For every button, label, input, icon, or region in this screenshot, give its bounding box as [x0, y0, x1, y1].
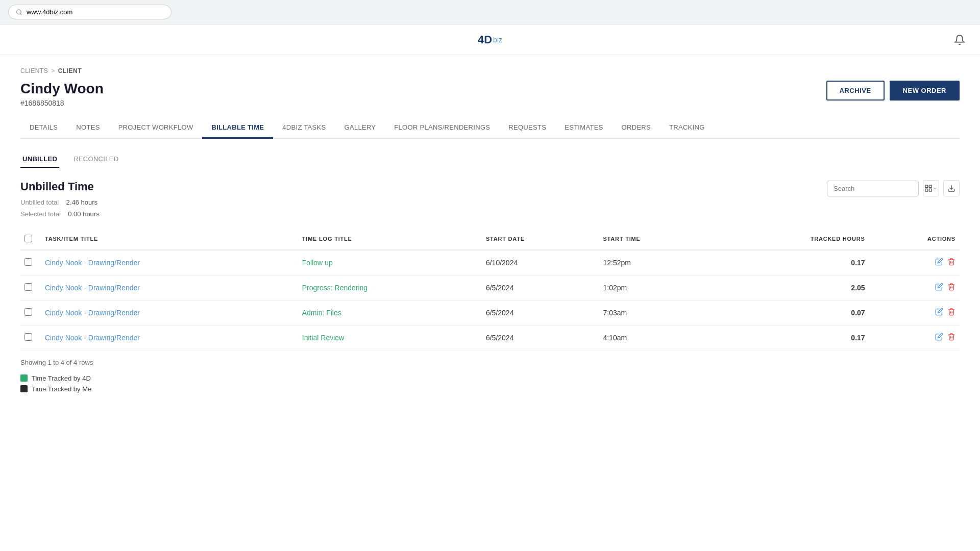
sub-tab-unbilled[interactable]: UNBILLED [20, 151, 59, 168]
svg-rect-3 [929, 185, 932, 188]
tab-tracking[interactable]: TRACKING [660, 117, 714, 139]
row-start-time: 4:10am [599, 325, 712, 350]
url-input[interactable] [27, 8, 164, 16]
time-log-link[interactable]: Follow up [302, 259, 333, 267]
time-log-link[interactable]: Admin: Files [302, 309, 341, 317]
logo-biz: biz [493, 36, 502, 44]
tab-project_workflow[interactable]: PROJECT WORKFLOW [109, 117, 203, 139]
notification-icon[interactable] [951, 32, 968, 48]
tab-requests[interactable]: REQUESTS [499, 117, 555, 139]
svg-point-0 [17, 10, 21, 14]
sub-tabs: UNBILLEDRECONCILED [20, 151, 960, 168]
row-actions [869, 275, 960, 300]
unbilled-total: Unbilled total 2.46 hours [20, 196, 100, 208]
tab-estimates[interactable]: ESTIMATES [555, 117, 612, 139]
row-checkbox-1[interactable] [24, 283, 32, 291]
unbilled-table: TASK/ITEM TITLE TIME LOG TITLE START DAT… [20, 229, 960, 350]
row-checkbox-cell [20, 275, 41, 300]
row-time-log-title: Admin: Files [298, 300, 482, 325]
sub-tab-reconciled[interactable]: RECONCILED [71, 151, 120, 168]
edit-button[interactable] [935, 283, 943, 293]
delete-button[interactable] [947, 333, 955, 343]
edit-button[interactable] [935, 258, 943, 268]
legend-item-me: Time Tracked by Me [20, 385, 960, 393]
task-title-link[interactable]: Cindy Nook - Drawing/Render [45, 309, 140, 317]
row-task-title: Cindy Nook - Drawing/Render [41, 275, 298, 300]
table-header: TASK/ITEM TITLE TIME LOG TITLE START DAT… [20, 229, 960, 250]
client-name: Cindy Woon [20, 81, 104, 97]
section-meta: Unbilled total 2.46 hours Selected total… [20, 196, 100, 220]
new-order-button[interactable]: NEW ORDER [890, 81, 960, 101]
tab-billable_time[interactable]: BILLABLE TIME [202, 117, 273, 139]
tab-notes[interactable]: NOTES [67, 117, 109, 139]
col-tracked-hours: TRACKED HOURS [713, 229, 869, 250]
row-tracked-hours: 0.07 [713, 300, 869, 325]
selected-label: Selected total [20, 210, 61, 218]
tab-orders[interactable]: ORDERS [612, 117, 660, 139]
row-actions [869, 300, 960, 325]
row-task-title: Cindy Nook - Drawing/Render [41, 325, 298, 350]
row-checkbox-0[interactable] [24, 258, 32, 266]
row-time-log-title: Progress: Rendering [298, 275, 482, 300]
selected-total: Selected total 0.00 hours [20, 208, 100, 220]
time-log-link[interactable]: Initial Review [302, 334, 344, 342]
showing-rows: Showing 1 to 4 of 4 rows [20, 359, 960, 366]
selected-value: 0.00 hours [68, 210, 99, 218]
row-task-title: Cindy Nook - Drawing/Render [41, 300, 298, 325]
table-row: Cindy Nook - Drawing/Render Follow up 6/… [20, 250, 960, 276]
table-row: Cindy Nook - Drawing/Render Initial Revi… [20, 325, 960, 350]
logo: 4D biz [478, 33, 502, 46]
table-row: Cindy Nook - Drawing/Render Admin: Files… [20, 300, 960, 325]
view-toggle-button[interactable] [923, 180, 939, 196]
row-tracked-hours: 0.17 [713, 250, 869, 276]
section-header: Unbilled Time Unbilled total 2.46 hours … [20, 180, 960, 220]
row-time-log-title: Follow up [298, 250, 482, 276]
tab-floor_plans[interactable]: FLOOR PLANS/RENDERINGS [385, 117, 499, 139]
section-info: Unbilled Time Unbilled total 2.46 hours … [20, 180, 100, 220]
row-checkbox-3[interactable] [24, 333, 32, 341]
search-input[interactable] [827, 181, 919, 196]
row-start-time: 1:02pm [599, 275, 712, 300]
task-title-link[interactable]: Cindy Nook - Drawing/Render [45, 259, 140, 267]
svg-line-1 [20, 13, 21, 14]
col-start-date: START DATE [482, 229, 599, 250]
task-title-link[interactable]: Cindy Nook - Drawing/Render [45, 334, 140, 342]
row-start-date: 6/5/2024 [482, 325, 599, 350]
download-button[interactable] [943, 180, 960, 196]
edit-button[interactable] [935, 333, 943, 343]
table-controls [827, 180, 960, 196]
tab-details[interactable]: DETAILS [20, 117, 67, 139]
row-checkbox-cell [20, 300, 41, 325]
row-start-time: 7:03am [599, 300, 712, 325]
col-actions: ACTIONS [869, 229, 960, 250]
breadcrumb-parent[interactable]: CLIENTS [20, 67, 48, 74]
row-actions [869, 325, 960, 350]
svg-rect-5 [929, 189, 932, 191]
archive-button[interactable]: ARCHIVE [826, 81, 885, 101]
legend-dot-me [20, 385, 28, 392]
row-checkbox-2[interactable] [24, 308, 32, 316]
logo-4d: 4D [478, 33, 492, 46]
select-all-header [20, 229, 41, 250]
unbilled-label: Unbilled total [20, 198, 59, 206]
row-tracked-hours: 0.17 [713, 325, 869, 350]
row-start-date: 6/5/2024 [482, 300, 599, 325]
time-log-link[interactable]: Progress: Rendering [302, 284, 368, 292]
tab-4dbiz_tasks[interactable]: 4DBIZ TASKS [273, 117, 335, 139]
address-bar[interactable] [8, 5, 172, 19]
task-title-link[interactable]: Cindy Nook - Drawing/Render [45, 284, 140, 292]
row-actions [869, 250, 960, 276]
delete-button[interactable] [947, 308, 955, 318]
edit-button[interactable] [935, 308, 943, 318]
delete-button[interactable] [947, 258, 955, 268]
unbilled-value: 2.46 hours [66, 198, 97, 206]
browser-bar [0, 0, 980, 24]
main-content: CLIENTS > CLIENT Cindy Woon #1686850818 … [0, 55, 980, 405]
main-tabs: DETAILSNOTESPROJECT WORKFLOWBILLABLE TIM… [20, 117, 960, 139]
svg-rect-4 [925, 189, 928, 191]
delete-button[interactable] [947, 283, 955, 293]
search-icon [16, 9, 22, 16]
tab-gallery[interactable]: GALLERY [335, 117, 385, 139]
col-task-title: TASK/ITEM TITLE [41, 229, 298, 250]
select-all-checkbox[interactable] [24, 235, 32, 242]
